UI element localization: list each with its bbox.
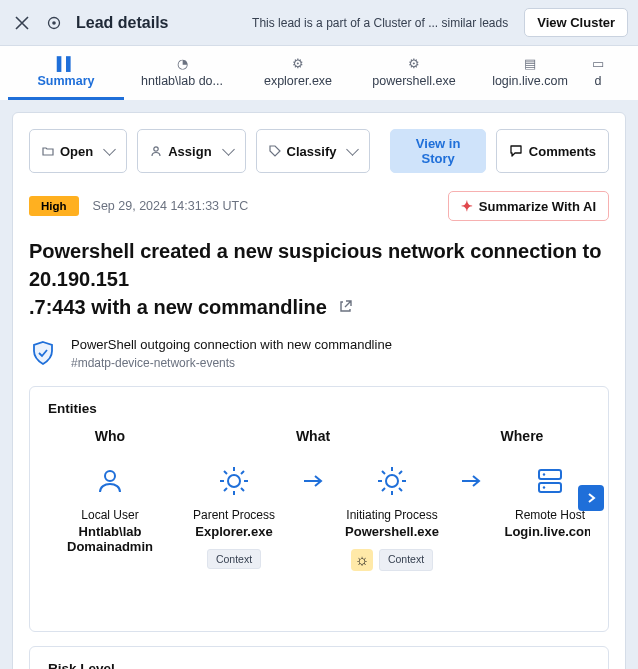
open-label: Open xyxy=(60,144,93,159)
context-pill[interactable]: Context xyxy=(379,549,433,571)
panel-header: Lead details This lead is a part of a Cl… xyxy=(0,0,638,46)
person-icon xyxy=(150,145,162,157)
target-icon[interactable] xyxy=(42,11,66,35)
lead-timestamp: Sep 29, 2024 14:31:33 UTC xyxy=(93,199,249,213)
entity-value: Hntlab\lab xyxy=(52,524,168,539)
risk-level-section: Risk Level Possible × Major = High Confi… xyxy=(29,646,609,669)
comments-label: Comments xyxy=(529,144,596,159)
page-title: Lead details xyxy=(76,14,168,32)
svg-point-5 xyxy=(386,475,398,487)
context-pill[interactable]: Context xyxy=(207,549,261,569)
entities-header-where: Where xyxy=(454,428,590,444)
lead-card: Open Assign Classify View in Story Comme… xyxy=(12,112,626,669)
risk-title: Risk Level xyxy=(48,661,590,669)
gear-icon xyxy=(334,460,450,502)
svg-point-9 xyxy=(543,486,545,488)
lead-title: Powershell created a new suspicious netw… xyxy=(29,237,609,321)
tab-label: login.live.com xyxy=(492,74,568,88)
svg-rect-6 xyxy=(539,470,561,479)
tab-bar: ▌▌ Summary ◔ hntlab\lab do... ⚙ explorer… xyxy=(0,46,638,100)
tab-powershell[interactable]: ⚙ powershell.exe xyxy=(356,46,472,100)
alert-tag[interactable]: #mdatp-device-network-events xyxy=(71,356,392,370)
lead-title-line1: Powershell created a new suspicious netw… xyxy=(29,240,601,290)
entities-section: Entities Who What Where Local User Hntla… xyxy=(29,386,609,632)
entity-value: Domainadmin xyxy=(52,539,168,554)
meta-row: High Sep 29, 2024 14:31:33 UTC ✦ Summari… xyxy=(29,191,609,221)
alert-row: PowerShell outgoing connection with new … xyxy=(29,337,609,370)
action-toolbar: Open Assign Classify View in Story Comme… xyxy=(29,129,609,173)
entity-initiating-process[interactable]: Initiating Process Powershell.exe ☼ Cont… xyxy=(330,454,454,617)
entity-value: Login.live.com xyxy=(492,524,590,539)
view-in-story-button[interactable]: View in Story xyxy=(390,129,485,173)
gear-icon: ⚙ xyxy=(292,56,304,71)
tab-label: Summary xyxy=(38,74,95,88)
classify-label: Classify xyxy=(287,144,337,159)
assign-label: Assign xyxy=(168,144,211,159)
tag-icon xyxy=(269,145,281,157)
tab-user[interactable]: ◔ hntlab\lab do... xyxy=(124,46,240,100)
tab-login-live[interactable]: ▤ login.live.com xyxy=(472,46,588,100)
svg-point-1 xyxy=(52,21,56,25)
comment-icon xyxy=(509,144,523,158)
classify-button[interactable]: Classify xyxy=(256,129,371,173)
tab-overflow[interactable]: ▭ d xyxy=(588,46,608,100)
entity-type: Parent Process xyxy=(176,508,292,522)
tab-summary[interactable]: ▌▌ Summary xyxy=(8,46,124,100)
entity-type: Remote Host xyxy=(492,508,590,522)
tab-label: explorer.exe xyxy=(264,74,332,88)
svg-point-2 xyxy=(154,147,158,151)
sparkle-icon: ✦ xyxy=(461,198,473,214)
entity-remote-host[interactable]: Remote Host Login.live.com xyxy=(488,454,590,617)
cluster-description: This lead is a part of a Cluster of ... … xyxy=(252,16,508,30)
close-icon[interactable] xyxy=(10,11,34,35)
assign-button[interactable]: Assign xyxy=(137,129,245,173)
gear-icon xyxy=(176,460,292,502)
warning-icon: ☼ xyxy=(351,549,373,571)
user-icon xyxy=(52,460,168,502)
entity-local-user[interactable]: Local User Hntlab\lab Domainadmin xyxy=(48,454,172,617)
summarize-label: Summarize With AI xyxy=(479,199,596,214)
entities-header-who: Who xyxy=(48,428,172,444)
tab-label: powershell.exe xyxy=(372,74,455,88)
comments-button[interactable]: Comments xyxy=(496,129,609,173)
entity-type: Local User xyxy=(52,508,168,522)
tab-explorer[interactable]: ⚙ explorer.exe xyxy=(240,46,356,100)
shield-icon xyxy=(29,339,57,367)
gear-icon: ⚙ xyxy=(408,56,420,71)
severity-badge: High xyxy=(29,196,79,216)
entities-header-what: What xyxy=(172,428,454,444)
summarize-ai-button[interactable]: ✦ Summarize With AI xyxy=(448,191,609,221)
entity-value: Explorer.exe xyxy=(176,524,292,539)
svg-point-4 xyxy=(228,475,240,487)
arrow-icon xyxy=(454,460,488,502)
server-icon xyxy=(492,460,590,502)
arrow-icon xyxy=(296,460,330,502)
svg-rect-7 xyxy=(539,483,561,492)
summary-icon: ▌▌ xyxy=(57,56,75,71)
tab-label: d xyxy=(595,74,602,88)
entity-value: Powershell.exe xyxy=(334,524,450,539)
tab-label: hntlab\lab do... xyxy=(141,74,223,88)
alert-text: PowerShell outgoing connection with new … xyxy=(71,337,392,352)
svg-point-8 xyxy=(543,473,545,475)
scroll-right-button[interactable] xyxy=(578,485,604,511)
open-button[interactable]: Open xyxy=(29,129,127,173)
device-icon: ▭ xyxy=(592,56,604,71)
folder-icon xyxy=(42,145,54,157)
view-cluster-button[interactable]: View Cluster xyxy=(524,8,628,37)
entity-type: Initiating Process xyxy=(334,508,450,522)
entities-title: Entities xyxy=(48,401,590,416)
user-icon: ◔ xyxy=(177,56,188,71)
entity-parent-process[interactable]: Parent Process Explorer.exe Context xyxy=(172,454,296,617)
svg-point-3 xyxy=(105,471,115,481)
external-link-icon[interactable] xyxy=(338,293,353,321)
server-icon: ▤ xyxy=(524,56,536,71)
lead-title-line2: .7:443 with a new commandline xyxy=(29,296,327,318)
